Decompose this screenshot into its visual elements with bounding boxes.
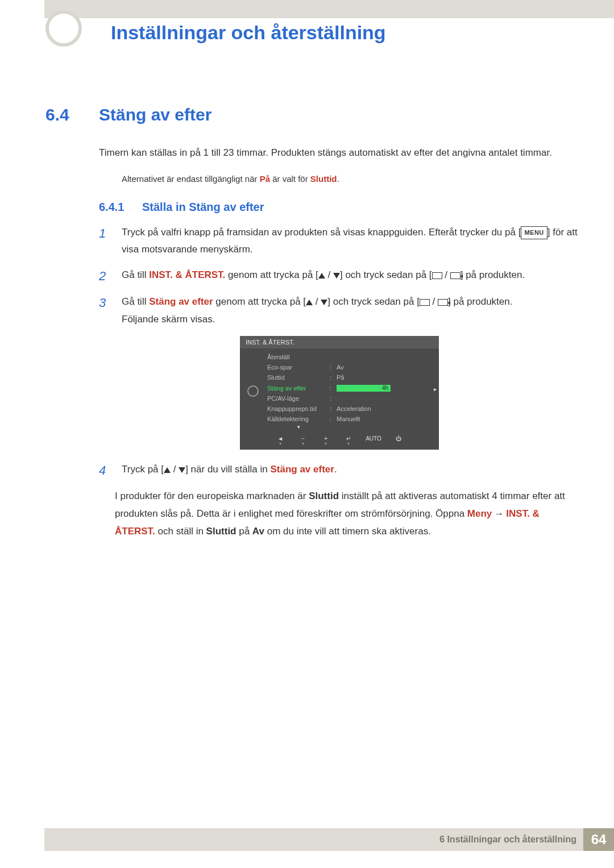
step-3-post: ] på produkten. — [448, 296, 512, 307]
step-2-bold: INST. & ÅTERST. — [149, 269, 225, 280]
step-2-post: ] på produkten. — [460, 269, 525, 280]
step-4: 4 Tryck på [ / ] när du vill ställa in S… — [99, 461, 580, 480]
monitor-icon — [420, 299, 430, 306]
osd-label: Sluttid — [267, 374, 330, 381]
chapter-circle-icon — [45, 10, 82, 47]
down-arrow-icon — [179, 467, 185, 473]
osd-menu-list: Återställ Eco-spar:Av Sluttid:På Stäng a… — [266, 348, 439, 433]
osd-slider-wrap: 4h — [337, 384, 433, 392]
gear-icon — [247, 385, 259, 397]
osd-slider-value: 4h — [382, 385, 388, 392]
osd-plus-icon: +▾ — [320, 435, 331, 446]
step-1-text: Tryck på valfri knapp på framsidan av pr… — [122, 224, 580, 259]
osd-value: Manuellt — [337, 416, 433, 422]
info-pre: I produkter för den europeiska marknaden… — [115, 491, 309, 501]
osd-slider: 4h — [337, 385, 391, 392]
osd-label: Knappupprepn.tid — [267, 405, 330, 412]
availability-note: Alternativet är endast tillgängligt när … — [122, 174, 580, 184]
chapter-title: Inställningar och återställning — [111, 22, 386, 44]
osd-footer-controls: ◄▾ −▾ +▾ ↵▾ AUTO ⏻ — [240, 433, 439, 446]
osd-label: Källdetektering — [267, 416, 330, 422]
subsection-heading: 6.4.1 Ställa in Stäng av efter — [99, 201, 580, 214]
osd-enter-icon: ↵▾ — [343, 435, 354, 446]
subsection-title: Ställa in Stäng av efter — [142, 201, 264, 214]
step-3-num: 3 — [99, 293, 110, 328]
osd-sidebar — [240, 348, 266, 433]
step-4-post: . — [334, 464, 337, 475]
step-3: 3 Gå till Stäng av efter genom att tryck… — [99, 293, 580, 328]
section-number: 6.4 — [45, 105, 80, 124]
section-title: Stäng av efter — [99, 105, 211, 124]
section-intro: Timern kan ställas in på 1 till 23 timma… — [99, 145, 580, 161]
osd-row-kalldet: Källdetektering:Manuellt — [266, 414, 439, 424]
info-mid2: och ställ in — [155, 526, 206, 537]
footer-bar: 6 Inställningar och återställning 64 — [44, 828, 614, 851]
down-arrow-icon — [333, 273, 340, 279]
step-3-tail: Följande skärm visas. — [122, 314, 215, 325]
osd-row-sluttid: Sluttid:På — [266, 372, 439, 383]
source-icon — [438, 299, 448, 306]
section-heading: 6.4 Stäng av efter — [45, 105, 580, 124]
osd-minus-icon: −▾ — [297, 435, 309, 446]
osd-scroll-down-icon: ▾ — [267, 424, 330, 430]
info-b-av: Av — [252, 526, 264, 537]
osd-panel: INST. & ÅTERST. Återställ Eco-spar:Av — [240, 336, 439, 450]
up-arrow-icon — [306, 300, 313, 305]
step-4-mid: ] när du vill ställa in — [185, 464, 270, 475]
step-4-bold: Stäng av efter — [270, 464, 334, 475]
osd-label: PC/AV-läge — [267, 395, 330, 402]
osd-auto-label: AUTO — [366, 435, 381, 446]
osd-label: Eco-spar — [267, 364, 330, 371]
step-2-text: Gå till INST. & ÅTERST. genom att trycka… — [122, 267, 580, 285]
step-4-pre: Tryck på [ — [122, 464, 164, 475]
step-3-text: Gå till Stäng av efter genom att trycka … — [122, 293, 580, 328]
osd-label-highlight: Stäng av efter — [267, 385, 330, 392]
osd-row-reset: Återställ — [266, 352, 439, 362]
monitor-icon — [432, 272, 442, 279]
osd-right-arrow-icon: ▸ — [434, 386, 437, 392]
osd-back-icon: ◄▾ — [275, 435, 286, 446]
menu-button-icon: MENU — [521, 226, 547, 240]
osd-value: Acceleration — [337, 405, 433, 412]
osd-screenshot: INST. & ÅTERST. Återställ Eco-spar:Av — [99, 336, 580, 450]
step-2: 2 Gå till INST. & ÅTERST. genom att tryc… — [99, 267, 580, 285]
step-2-num: 2 — [99, 267, 110, 285]
osd-row-knapp: Knappupprepn.tid:Acceleration — [266, 404, 439, 414]
content-area: 6.4 Stäng av efter Timern kan ställas in… — [45, 105, 580, 540]
up-arrow-icon — [318, 273, 325, 279]
step-3-pre: Gå till — [122, 296, 149, 307]
info-note: I produkter för den europeiska marknaden… — [115, 488, 580, 540]
step-3-mid2: ] och tryck sedan på [ — [327, 296, 420, 307]
step-3-bold: Stäng av efter — [149, 296, 213, 307]
step-1-num: 1 — [99, 224, 110, 259]
header-bar — [44, 0, 614, 18]
info-b-sluttid: Sluttid — [309, 491, 339, 501]
note-bold-sluttid: Sluttid — [310, 174, 337, 184]
osd-row-stang-av-efter: Stäng av efter: 4h — [266, 383, 439, 393]
osd-value: På — [337, 374, 433, 381]
info-b-meny: Meny — [467, 508, 492, 519]
up-arrow-icon — [164, 467, 171, 473]
footer-chapter-label: 6 Inställningar och återställning — [439, 834, 583, 845]
info-b-sluttid-2: Sluttid — [206, 526, 237, 537]
info-mid3: på — [237, 526, 252, 537]
osd-row-pcav: PC/AV-läge: — [266, 393, 439, 404]
note-text: Alternativet är endast tillgängligt när — [122, 174, 260, 184]
step-2-pre: Gå till — [122, 269, 149, 280]
osd-row-ecospar: Eco-spar:Av — [266, 362, 439, 372]
osd-header: INST. & ÅTERST. — [240, 336, 439, 348]
step-3-mid: genom att trycka på [ — [213, 296, 306, 307]
step-1: 1 Tryck på valfri knapp på framsidan av … — [99, 224, 580, 259]
down-arrow-icon — [321, 300, 327, 305]
step-4-text: Tryck på [ / ] när du vill ställa in Stä… — [122, 461, 580, 480]
osd-value: Av — [337, 364, 433, 371]
step-2-mid: genom att trycka på [ — [225, 269, 318, 280]
page-number: 64 — [583, 828, 614, 851]
source-icon — [450, 272, 460, 279]
step-1-pre: Tryck på valfri knapp på framsidan av pr… — [122, 227, 521, 238]
osd-power-icon: ⏻ — [393, 435, 404, 446]
osd-label: Återställ — [267, 354, 330, 360]
right-arrow-icon: → — [494, 505, 504, 523]
note-bold-on: På — [260, 174, 270, 184]
step-4-num: 4 — [99, 461, 110, 480]
